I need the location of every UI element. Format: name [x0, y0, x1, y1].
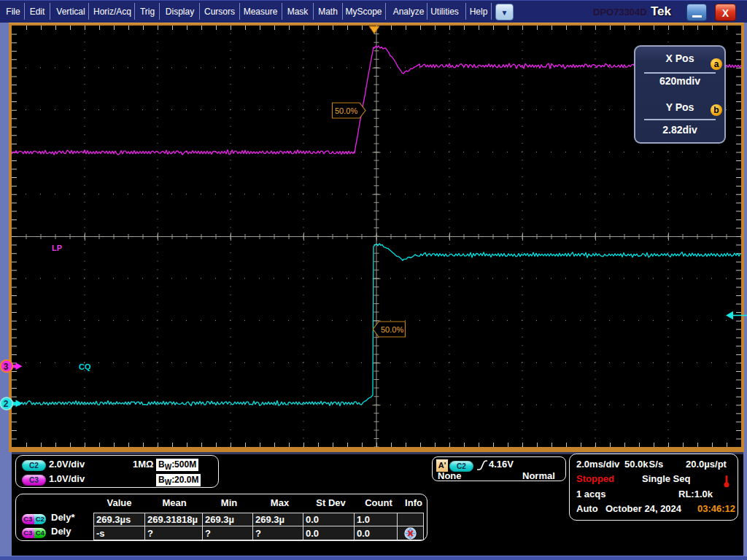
- svg-text:2: 2: [4, 399, 9, 409]
- svg-text:LP: LP: [52, 244, 62, 252]
- svg-text:CQ: CQ: [79, 362, 91, 371]
- svg-text:50.0%: 50.0%: [335, 106, 357, 115]
- svg-text:50.0%: 50.0%: [381, 325, 403, 334]
- svg-text:3: 3: [4, 362, 9, 372]
